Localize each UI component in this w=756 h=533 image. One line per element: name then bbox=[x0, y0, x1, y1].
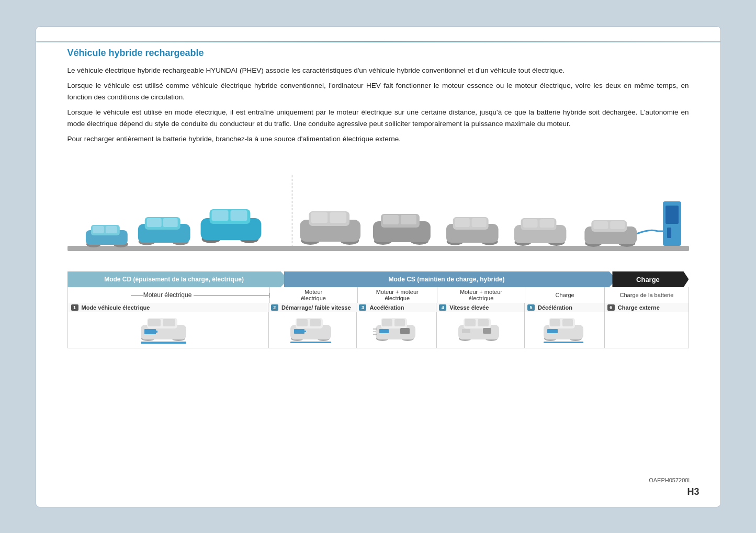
page-container: Véhicule hybride rechargeable Le véhicul… bbox=[36, 26, 721, 507]
document-code: OAEPH057200L bbox=[649, 477, 691, 483]
mode-cs-bar: Mode CS (maintien de charge, hybride) bbox=[284, 271, 617, 287]
col-5-label: Décélération bbox=[538, 304, 572, 311]
col-label-4: 4 Vitesse élevée bbox=[436, 303, 525, 312]
svg-rect-5 bbox=[92, 226, 104, 233]
svg-rect-66 bbox=[297, 319, 308, 326]
badge-4: 4 bbox=[439, 304, 446, 311]
svg-rect-96 bbox=[547, 329, 558, 333]
svg-rect-48 bbox=[593, 221, 608, 229]
svg-rect-18 bbox=[230, 210, 247, 221]
svg-rect-42 bbox=[523, 219, 537, 228]
col-3-label: Accélération bbox=[369, 304, 404, 311]
svg-rect-57 bbox=[148, 319, 161, 326]
svg-rect-95 bbox=[562, 319, 573, 326]
svg-rect-12 bbox=[163, 218, 177, 227]
mode-bars-row: Mode CD (épuisement de la charge, électr… bbox=[67, 271, 689, 287]
col-4-label: Vitesse élevée bbox=[449, 304, 489, 311]
svg-rect-69 bbox=[304, 331, 306, 332]
svg-rect-31 bbox=[400, 215, 416, 224]
mode-charge-label: Charge bbox=[636, 276, 660, 283]
mode-cd-label: Mode CD (épuisement de la charge, électr… bbox=[104, 276, 244, 283]
label-row: 1 Mode véhicule électrique 2 Démarrage/ … bbox=[67, 303, 689, 312]
svg-rect-77 bbox=[400, 328, 410, 334]
car-icon-cell-2 bbox=[269, 312, 357, 348]
page-title: Véhicule hybride rechargeable bbox=[67, 48, 689, 59]
cars-icon-row bbox=[67, 312, 689, 348]
badge-1: 1 bbox=[71, 304, 78, 311]
svg-rect-24 bbox=[311, 212, 328, 223]
svg-rect-75 bbox=[382, 319, 392, 326]
paragraph-2: Lorsque le véhicule est utilisé comme vé… bbox=[67, 80, 689, 103]
svg-rect-60 bbox=[156, 331, 157, 333]
badge-5: 5 bbox=[527, 304, 535, 311]
motor-col-5: Charge bbox=[525, 287, 605, 303]
svg-rect-68 bbox=[294, 329, 304, 334]
col-6-label: Charge externe bbox=[618, 304, 660, 311]
svg-rect-37 bbox=[471, 218, 486, 227]
col-label-1: 1 Mode véhicule électrique bbox=[68, 303, 268, 312]
mode-cs-label: Mode CS (maintien de charge, hybride) bbox=[389, 276, 505, 283]
diagram-section: Mode CD (épuisement de la charge, électr… bbox=[67, 160, 689, 491]
col-label-3: 3 Accélération bbox=[356, 303, 436, 312]
svg-rect-89 bbox=[462, 329, 470, 333]
badge-2: 2 bbox=[271, 304, 278, 311]
car-scene bbox=[67, 160, 689, 269]
svg-rect-43 bbox=[539, 219, 554, 228]
motor-row: Moteur électrique Moteurélectrique Moteu… bbox=[67, 287, 689, 303]
svg-rect-59 bbox=[144, 329, 156, 334]
svg-rect-76 bbox=[394, 319, 405, 326]
svg-rect-97 bbox=[544, 342, 583, 343]
paragraph-4: Pour recharger entièrement la batterie h… bbox=[67, 133, 689, 145]
motor-col-2: Moteurélectrique bbox=[270, 287, 358, 303]
svg-rect-25 bbox=[330, 212, 346, 223]
car-icon-cell-5 bbox=[525, 312, 605, 348]
col-label-5: 5 Décélération bbox=[525, 303, 605, 312]
car-icon-cell-1 bbox=[68, 312, 269, 348]
paragraph-3: Lorsque le véhicule est utilisé en mode … bbox=[67, 107, 689, 129]
motor-electrique-label: Moteur électrique bbox=[143, 291, 194, 299]
col-2-label: Démarrage/ faible vitesse bbox=[281, 304, 351, 311]
top-decorative-line bbox=[36, 41, 720, 42]
svg-rect-58 bbox=[163, 319, 175, 326]
svg-rect-86 bbox=[465, 319, 476, 326]
svg-rect-94 bbox=[550, 319, 560, 326]
page-number: H3 bbox=[687, 486, 699, 497]
svg-rect-6 bbox=[105, 226, 117, 233]
svg-rect-61 bbox=[141, 342, 186, 344]
motor-col-3: Moteur + moteurélectrique bbox=[358, 287, 437, 303]
col-1-label: Mode véhicule électrique bbox=[82, 304, 150, 311]
svg-rect-36 bbox=[455, 218, 469, 227]
svg-rect-88 bbox=[483, 328, 491, 334]
motor-col-6: Charge de la batterie bbox=[605, 287, 688, 303]
col-label-6: 6 Charge externe bbox=[605, 303, 689, 312]
svg-rect-67 bbox=[310, 319, 321, 326]
badge-6: 6 bbox=[607, 304, 615, 311]
mode-charge-bar: Charge bbox=[612, 271, 689, 287]
svg-rect-17 bbox=[211, 210, 228, 221]
svg-rect-78 bbox=[379, 329, 389, 333]
svg-rect-51 bbox=[665, 206, 679, 224]
car-icon-cell-4 bbox=[437, 312, 525, 348]
svg-rect-87 bbox=[478, 319, 489, 326]
col-label-2: 2 Démarrage/ faible vitesse bbox=[268, 303, 357, 312]
svg-rect-30 bbox=[382, 215, 398, 224]
svg-rect-49 bbox=[610, 221, 625, 229]
svg-rect-11 bbox=[146, 218, 161, 227]
svg-rect-70 bbox=[290, 342, 331, 343]
motor-col-4: Moteur + moteurélectrique bbox=[437, 287, 525, 303]
paragraph-1: Le véhicule électrique hybride rechargea… bbox=[67, 65, 689, 76]
mode-cd-bar: Mode CD (épuisement de la charge, électr… bbox=[67, 271, 288, 287]
car-icon-cell-6 bbox=[605, 312, 689, 348]
svg-rect-52 bbox=[667, 228, 671, 238]
car-icon-cell-3 bbox=[357, 312, 437, 348]
badge-3: 3 bbox=[359, 304, 366, 311]
